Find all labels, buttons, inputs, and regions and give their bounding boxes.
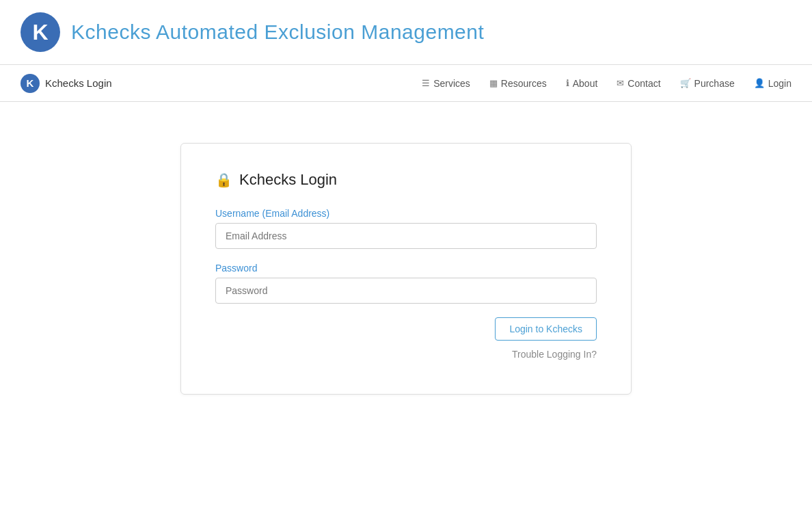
nav-link-login[interactable]: 👤 Login <box>754 78 791 89</box>
nav-link-about[interactable]: ℹ About <box>566 78 598 89</box>
email-field[interactable] <box>215 223 597 249</box>
nav-item-contact[interactable]: ✉ Contact <box>617 78 660 89</box>
navbar-brand-text: Kchecks Login <box>45 77 112 89</box>
nav-link-purchase[interactable]: 🛒 Purchase <box>680 78 735 89</box>
nav-links: ☰ Services ▦ Resources ℹ About ✉ Contact <box>422 78 791 89</box>
file-icon: ▦ <box>489 78 498 88</box>
login-card: 🔒 Kchecks Login Username (Email Address)… <box>180 143 632 395</box>
nav-label-purchase: Purchase <box>694 78 735 89</box>
cart-icon: 🛒 <box>680 78 691 88</box>
nav-item-about[interactable]: ℹ About <box>566 78 598 89</box>
mail-icon: ✉ <box>617 78 624 88</box>
password-label: Password <box>215 263 597 274</box>
nav-label-resources: Resources <box>501 78 547 89</box>
navbar-logo-letter: K <box>27 77 34 89</box>
nav-link-resources[interactable]: ▦ Resources <box>489 78 547 89</box>
trouble-logging-in-link[interactable]: Trouble Logging In? <box>512 349 597 360</box>
user-icon: 👤 <box>754 78 765 88</box>
nav-item-purchase[interactable]: 🛒 Purchase <box>680 78 735 89</box>
site-logo: K <box>21 12 60 52</box>
nav-label-services: Services <box>433 78 470 89</box>
nav-item-login[interactable]: 👤 Login <box>754 78 791 89</box>
nav-item-resources[interactable]: ▦ Resources <box>489 78 547 89</box>
navbar-logo: K <box>21 74 40 93</box>
nav-link-contact[interactable]: ✉ Contact <box>617 78 660 89</box>
password-group: Password <box>215 263 597 304</box>
nav-item-services[interactable]: ☰ Services <box>422 78 470 89</box>
lock-icon: 🔒 <box>215 172 232 188</box>
login-title-text: Kchecks Login <box>239 171 337 189</box>
login-card-title: 🔒 Kchecks Login <box>215 171 597 189</box>
navbar-brand: K Kchecks Login <box>21 74 112 93</box>
list-icon: ☰ <box>422 78 430 88</box>
info-icon: ℹ <box>566 78 569 88</box>
site-title: Kchecks Automated Exclusion Management <box>71 21 484 44</box>
nav-label-about: About <box>573 78 598 89</box>
main-content: 🔒 Kchecks Login Username (Email Address)… <box>0 102 812 436</box>
password-field[interactable] <box>215 278 597 304</box>
nav-label-contact: Contact <box>627 78 660 89</box>
logo-letter: K <box>32 20 48 45</box>
nav-label-login: Login <box>768 78 791 89</box>
login-button[interactable]: Login to Kchecks <box>495 317 597 341</box>
form-actions: Login to Kchecks Trouble Logging In? <box>215 317 597 360</box>
username-label: Username (Email Address) <box>215 208 597 219</box>
nav-link-services[interactable]: ☰ Services <box>422 78 470 89</box>
username-group: Username (Email Address) <box>215 208 597 249</box>
navbar: K Kchecks Login ☰ Services ▦ Resources ℹ… <box>0 65 812 102</box>
top-header: K Kchecks Automated Exclusion Management <box>0 0 812 65</box>
